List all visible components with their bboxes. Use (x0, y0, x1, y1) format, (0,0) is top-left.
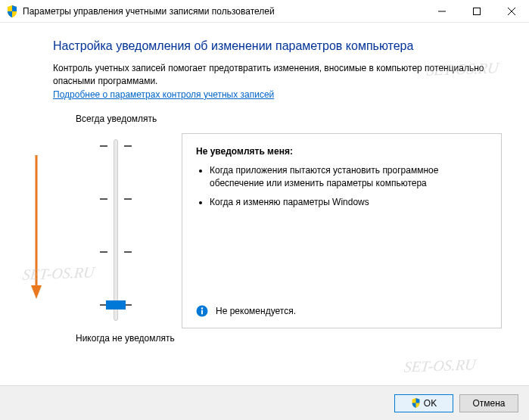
slider-label-top: Всегда уведомлять (76, 114, 182, 124)
learn-more-link[interactable]: Подробнее о параметрах контроля учетных … (53, 89, 274, 100)
recommendation-text: Не рекомендуется. (216, 306, 296, 316)
notification-slider[interactable] (76, 132, 182, 328)
uac-shield-icon (411, 398, 421, 408)
watermark: SET-OS.RU (403, 356, 477, 375)
svg-point-5 (201, 307, 203, 309)
info-panel-title: Не уведомлять меня: (196, 146, 487, 157)
ok-button[interactable]: OK (394, 394, 453, 412)
close-button[interactable] (494, 0, 529, 23)
titlebar: Параметры управления учетными записями п… (0, 0, 529, 23)
minimize-button[interactable] (425, 0, 459, 23)
slider-tick (124, 198, 132, 200)
slider-tick (124, 251, 132, 253)
slider-label-bottom: Никогда не уведомлять (76, 333, 182, 344)
info-item: Когда я изменяю параметры Windows (210, 196, 487, 209)
slider-thumb[interactable] (106, 300, 126, 310)
svg-rect-6 (201, 310, 203, 314)
slider-tick (100, 198, 107, 200)
content-area: Настройка уведомления об изменении парам… (0, 23, 529, 344)
window-controls (425, 0, 529, 22)
slider-tick (100, 251, 107, 253)
dialog-footer: OK Отмена (0, 385, 529, 420)
uac-shield-icon (6, 5, 18, 17)
maximize-button[interactable] (459, 0, 494, 23)
info-item: Когда приложения пытаются установить про… (210, 164, 487, 191)
cancel-button-label: Отмена (472, 398, 505, 409)
info-panel-list: Когда приложения пытаются установить про… (196, 164, 487, 216)
page-heading: Настройка уведомления об изменении парам… (53, 39, 502, 53)
cancel-button[interactable]: Отмена (459, 394, 518, 412)
notification-info-panel: Не уведомлять меня: Когда приложения пыт… (182, 133, 502, 328)
window-title: Параметры управления учетными записями п… (23, 6, 425, 17)
slider-track (114, 139, 118, 321)
slider-tick (100, 145, 107, 147)
info-icon (196, 305, 208, 317)
description-text: Контроль учетных записей помогает предот… (53, 62, 502, 88)
recommendation-row: Не рекомендуется. (196, 305, 487, 317)
svg-rect-1 (474, 8, 481, 15)
slider-tick (124, 145, 132, 147)
ok-button-label: OK (424, 398, 437, 409)
slider-column: Всегда уведомлять Никогда не уведомлять (53, 114, 182, 344)
